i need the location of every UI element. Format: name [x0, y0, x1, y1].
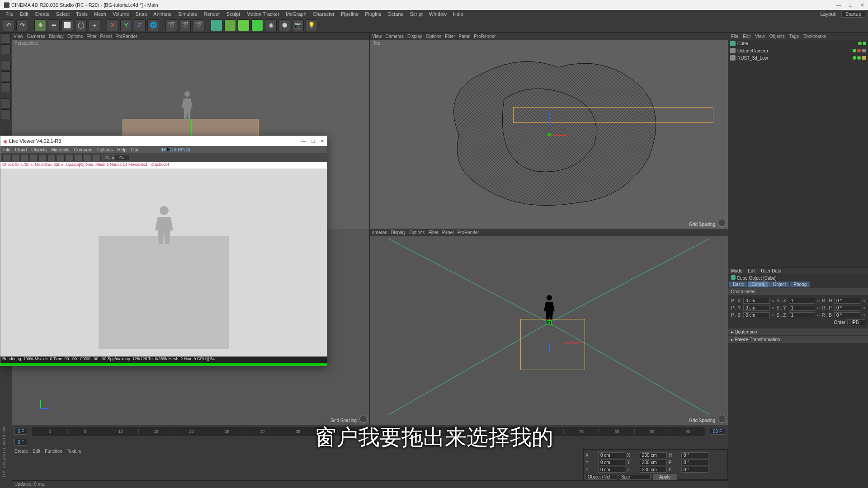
menu-select[interactable]: Select [53, 11, 73, 17]
mat-function[interactable]: Function [45, 449, 62, 454]
tab-basic[interactable]: Basic [729, 282, 747, 287]
model-mode-button[interactable] [1, 33, 11, 43]
nav-indicator-icon[interactable] [718, 219, 726, 227]
vp-display[interactable]: Display [407, 34, 422, 39]
vp-options[interactable]: Options [426, 34, 441, 39]
frame-end[interactable]: 90 F [710, 428, 725, 435]
frame-current[interactable]: 0 F [14, 439, 27, 446]
menu-volume[interactable]: Volume [110, 11, 132, 17]
viewport-front[interactable]: ameras Display Options Filter Panel ProR… [370, 229, 728, 425]
om-file[interactable]: File [731, 34, 738, 39]
object-name[interactable]: RUST_3d_Low [737, 56, 768, 61]
menu-file[interactable]: File [3, 11, 16, 17]
menu-mesh[interactable]: Mesh [91, 11, 109, 17]
mat-create[interactable]: Create [14, 449, 28, 454]
object-mode-button[interactable] [1, 44, 11, 54]
pz-input[interactable]: 0 cm [743, 312, 769, 318]
object-name[interactable]: Cube [737, 41, 748, 46]
lv-gui[interactable]: Gui [131, 147, 138, 152]
lv-channel-button[interactable] [93, 154, 101, 161]
workplane-button[interactable] [1, 109, 11, 119]
nurbs-button[interactable] [238, 19, 250, 31]
om-bookmarks[interactable]: Bookmarks [803, 34, 826, 39]
sz-input[interactable]: 1 [789, 312, 815, 318]
rb-input[interactable]: 0 ° [834, 312, 860, 318]
vp-panel[interactable]: Panel [100, 34, 112, 39]
menu-plugins[interactable]: Plugins [362, 11, 384, 17]
am-edit[interactable]: Edit [748, 268, 755, 273]
lv-render-canvas[interactable] [0, 169, 327, 357]
lv-cloud[interactable]: Cloud [15, 147, 27, 152]
om-edit[interactable]: Edit [743, 34, 750, 39]
size-mode-dropdown[interactable]: Size [619, 474, 651, 480]
y-axis-button[interactable]: Y [120, 19, 132, 31]
lv-refresh-button[interactable] [2, 154, 10, 161]
menu-simulate[interactable]: Simulate [175, 11, 200, 17]
live-select-button[interactable]: ✥ [34, 19, 46, 31]
lv-objects[interactable]: Objects [31, 147, 47, 152]
menu-edit[interactable]: Edit [17, 11, 31, 17]
recent-tools-button[interactable]: ＋ [89, 19, 100, 31]
close-icon[interactable]: ✕ [860, 2, 864, 8]
live-viewer-window[interactable]: ◉ Live Viewer V4.02.1-R3 ― □ ✕ File Clou… [0, 136, 327, 366]
frame-start[interactable]: 0 F [14, 428, 27, 435]
lv-close-icon[interactable]: ✕ [320, 138, 324, 144]
maximize-icon[interactable]: □ [849, 2, 852, 8]
menu-script[interactable]: Script [407, 11, 425, 17]
menu-tools[interactable]: Tools [73, 11, 90, 17]
tab-coord[interactable]: Coord. [748, 282, 769, 287]
sx-input[interactable]: 1 [789, 298, 815, 304]
edges-mode-button[interactable] [1, 71, 11, 81]
redo-button[interactable]: ↷ [16, 19, 28, 31]
vp-cameras[interactable]: Cameras [386, 34, 404, 39]
rp-input[interactable]: 0 ° [834, 305, 860, 311]
lv-settings-button[interactable] [38, 154, 47, 161]
lv-materials[interactable]: Materials [51, 147, 70, 152]
render-pv-button[interactable]: 🎬 [193, 19, 204, 31]
lv-reload-button[interactable] [11, 154, 19, 161]
mat-texture[interactable]: Texture [67, 449, 82, 454]
coord-system-button[interactable]: 🌐 [147, 19, 159, 31]
rotate-button[interactable]: ◯ [75, 19, 87, 31]
lv-help[interactable]: Help [117, 147, 127, 152]
object-row-cube[interactable]: Cube [728, 40, 868, 47]
vp-display[interactable]: Display [391, 230, 406, 235]
lv-maximize-icon[interactable]: □ [311, 138, 315, 144]
vp-filter[interactable]: Filter [429, 230, 439, 235]
vp-cameras-partial[interactable]: ameras [372, 230, 387, 235]
lv-cam-dropdown[interactable]: Oc [115, 155, 129, 160]
light-button[interactable]: 💡 [306, 19, 317, 31]
am-userdata[interactable]: User Data [761, 268, 781, 273]
viewport-top[interactable]: View Cameras Display Options Filter Pane… [370, 33, 728, 229]
render-view-button[interactable]: 🎬 [165, 19, 177, 31]
scale-button[interactable]: ⬜ [61, 19, 73, 31]
cyw-input[interactable]: 200 cm [640, 460, 667, 465]
menu-snap[interactable]: Snap [133, 11, 150, 17]
vp-options[interactable]: Options [409, 230, 425, 235]
nav-indicator-icon[interactable] [359, 415, 368, 423]
mat-edit[interactable]: Edit [33, 449, 40, 454]
om-view[interactable]: View [755, 34, 765, 39]
lv-minimize-icon[interactable]: ― [301, 138, 306, 144]
menu-help[interactable]: Help [450, 11, 466, 17]
cxw-input[interactable]: 200 cm [640, 452, 667, 458]
object-row-rust[interactable]: RUST_3d_Low [728, 54, 868, 61]
texture-mode-button[interactable] [1, 99, 11, 108]
cb-input[interactable]: 0 ° [681, 467, 708, 473]
menu-create[interactable]: Create [32, 11, 52, 17]
z-axis-button[interactable]: Z [134, 19, 146, 31]
polygons-mode-button[interactable] [1, 82, 11, 92]
rh-input[interactable]: 0 ° [834, 298, 860, 304]
cp-input[interactable]: 0 ° [681, 460, 708, 465]
section-quaternion[interactable]: ▸ Quaternion [728, 328, 868, 335]
section-freeze[interactable]: ▸ Freeze Transformation [728, 336, 868, 343]
object-manager[interactable]: File Edit View Objects Tags Bookmarks Cu… [728, 33, 868, 267]
lv-pick-button[interactable] [84, 154, 92, 161]
cz-input[interactable]: 0 cm [598, 467, 625, 473]
x-axis-button[interactable]: X [107, 19, 118, 31]
points-mode-button[interactable] [1, 61, 11, 70]
menu-mograph[interactable]: MoGraph [283, 11, 309, 17]
lv-lock2-button[interactable] [47, 154, 56, 161]
cy-input[interactable]: 0 cm [598, 460, 625, 465]
apply-button[interactable]: Apply [652, 474, 677, 480]
